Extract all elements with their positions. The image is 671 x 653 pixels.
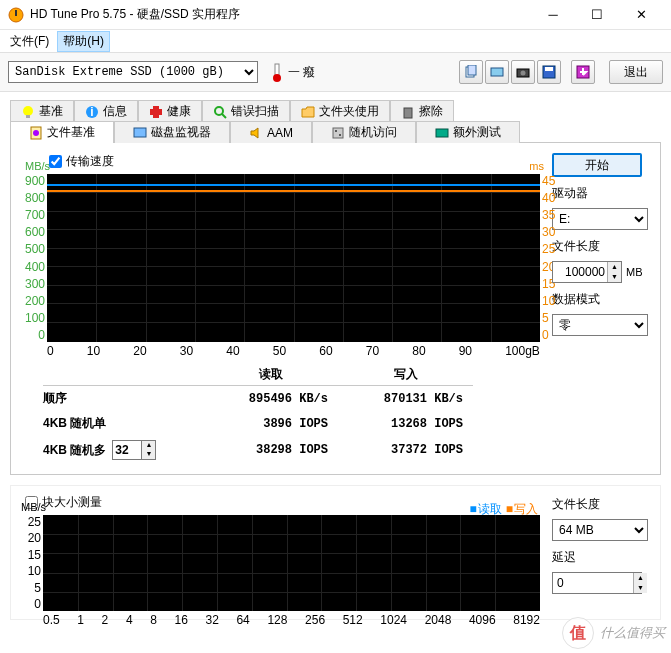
chart2-legend: 读取写入 bbox=[470, 501, 539, 518]
copy-screenshot-button[interactable] bbox=[485, 60, 509, 84]
tab-file-benchmark[interactable]: 文件基准 bbox=[10, 121, 114, 143]
transfer-speed-label: 传输速度 bbox=[66, 153, 114, 170]
tab-aam[interactable]: AAM bbox=[230, 121, 312, 143]
tab-erase[interactable]: 擦除 bbox=[390, 100, 454, 122]
titlebar: HD Tune Pro 5.75 - 硬盘/SSD 实用程序 ─ ☐ ✕ bbox=[0, 0, 671, 30]
folder-icon bbox=[301, 105, 315, 119]
tab-random-access[interactable]: 随机访问 bbox=[312, 121, 416, 143]
chart2-yaxis: 2520151050 bbox=[21, 515, 41, 611]
chart-yaxis-left: 9008007006005004003002001000 bbox=[25, 174, 45, 342]
chart-xaxis: 0102030405060708090100gB bbox=[47, 344, 540, 358]
info-icon: i bbox=[85, 105, 99, 119]
filelen-unit: MB bbox=[626, 266, 643, 278]
watermark: 值 什么值得买 bbox=[562, 617, 665, 649]
row-sequential: 顺序 895496 KB/s 870131 KB/s bbox=[43, 386, 473, 411]
tab-extra-tests[interactable]: 额外测试 bbox=[416, 121, 520, 143]
hdr-read: 读取 bbox=[203, 366, 338, 383]
toolbar: SanDisk Extreme SSD (1000 gB) 一 癈 退出 bbox=[0, 52, 671, 92]
svg-line-19 bbox=[222, 114, 226, 118]
health-icon bbox=[149, 105, 163, 119]
file-bench-icon bbox=[29, 126, 43, 140]
svg-rect-6 bbox=[491, 68, 503, 76]
chart-ylabel-left: MB/s bbox=[25, 160, 50, 172]
svg-rect-10 bbox=[545, 67, 553, 71]
hdr-write: 写入 bbox=[338, 366, 473, 383]
datamode-label: 数据模式 bbox=[552, 291, 648, 308]
block-chart: MB/s 读取写入 2520151050 0.51248163264128256… bbox=[43, 515, 540, 611]
speaker-icon bbox=[249, 126, 263, 140]
trace-read bbox=[47, 184, 540, 186]
svg-point-8 bbox=[521, 71, 526, 76]
chart2-xaxis: 0.512481632641282565121024204840968192 bbox=[43, 613, 540, 627]
random-icon bbox=[331, 126, 345, 140]
chart2-ylabel: MB/s bbox=[21, 501, 46, 513]
datamode-select[interactable]: 零 bbox=[552, 314, 648, 336]
tab-error-scan[interactable]: 错误扫描 bbox=[202, 100, 290, 122]
maximize-button[interactable]: ☐ bbox=[575, 1, 619, 29]
svg-rect-17 bbox=[150, 109, 162, 115]
drive-select[interactable]: SanDisk Extreme SSD (1000 gB) bbox=[8, 61, 258, 83]
svg-rect-1 bbox=[15, 10, 17, 16]
svg-point-25 bbox=[335, 130, 337, 132]
exit-button[interactable]: 退出 bbox=[609, 60, 663, 84]
svg-rect-13 bbox=[26, 115, 30, 118]
tab-health[interactable]: 健康 bbox=[138, 100, 202, 122]
close-button[interactable]: ✕ bbox=[619, 1, 663, 29]
row-4kb-single: 4KB 随机单 3896 IOPS 13268 IOPS bbox=[43, 411, 473, 436]
svg-rect-24 bbox=[333, 128, 343, 138]
chart-ylabel-right: ms bbox=[529, 160, 544, 172]
lightbulb-icon bbox=[21, 105, 35, 119]
watermark-text: 什么值得买 bbox=[600, 624, 665, 642]
svg-rect-20 bbox=[404, 108, 412, 118]
tab-disk-monitor[interactable]: 磁盘监视器 bbox=[114, 121, 230, 143]
temperature-value: 一 癈 bbox=[288, 64, 315, 81]
menu-file[interactable]: 文件(F) bbox=[4, 31, 55, 52]
driver-select[interactable]: E: bbox=[552, 208, 648, 230]
transfer-speed-checkbox[interactable]: 传输速度 bbox=[49, 153, 540, 170]
block-filelen-label: 文件长度 bbox=[552, 496, 648, 513]
row-4kb-multi: 4KB 随机多 32▲▼ 38298 IOPS 37372 IOPS bbox=[43, 436, 473, 464]
thread-count-spinner[interactable]: 32▲▼ bbox=[112, 440, 156, 460]
window-title: HD Tune Pro 5.75 - 硬盘/SSD 实用程序 bbox=[30, 6, 531, 23]
erase-icon bbox=[401, 105, 415, 119]
thermometer-icon bbox=[270, 62, 284, 82]
save-button[interactable] bbox=[537, 60, 561, 84]
tab-row-1: 基准 i信息 健康 错误扫描 文件夹使用 擦除 bbox=[10, 100, 661, 122]
start-button[interactable]: 开始 bbox=[552, 153, 642, 177]
tab-benchmark[interactable]: 基准 bbox=[10, 100, 74, 122]
block-size-checkbox[interactable]: 块大小测量 bbox=[25, 494, 540, 511]
options-button[interactable] bbox=[571, 60, 595, 84]
menubar: 文件(F) 帮助(H) bbox=[0, 30, 671, 52]
delay-input[interactable] bbox=[552, 572, 642, 594]
svg-point-18 bbox=[215, 107, 223, 115]
monitor-icon bbox=[133, 126, 147, 140]
tab-info[interactable]: i信息 bbox=[74, 100, 138, 122]
trace-write bbox=[47, 190, 540, 192]
svg-rect-5 bbox=[468, 65, 476, 75]
block-filelen-select[interactable]: 64 MB bbox=[552, 519, 648, 541]
temperature-display: 一 癈 bbox=[270, 62, 315, 82]
tab-row-2: 文件基准 磁盘监视器 AAM 随机访问 额外测试 bbox=[10, 121, 661, 143]
menu-help[interactable]: 帮助(H) bbox=[57, 31, 110, 52]
copy-info-button[interactable] bbox=[459, 60, 483, 84]
minimize-button[interactable]: ─ bbox=[531, 1, 575, 29]
results-table: 读取 写入 顺序 895496 KB/s 870131 KB/s 4KB 随机单… bbox=[43, 366, 473, 464]
watermark-icon: 值 bbox=[562, 617, 594, 649]
extra-icon bbox=[435, 126, 449, 140]
tab-folder-usage[interactable]: 文件夹使用 bbox=[290, 100, 390, 122]
block-size-panel: 块大小测量 MB/s 读取写入 2520151050 0.51248163264… bbox=[10, 485, 661, 620]
svg-point-3 bbox=[273, 74, 281, 82]
side-controls: 开始 驱动器 E: 文件长度 ▲▼ MB 数据模式 零 bbox=[552, 153, 648, 336]
transfer-chart: MB/s ms 9008007006005004003002001000 454… bbox=[47, 174, 540, 342]
svg-point-22 bbox=[33, 130, 39, 136]
app-icon bbox=[8, 7, 24, 23]
block-size-label: 块大小测量 bbox=[42, 494, 102, 511]
svg-rect-27 bbox=[436, 129, 448, 137]
file-benchmark-panel: 传输速度 MB/s ms 900800700600500400300200100… bbox=[10, 142, 661, 475]
svg-text:i: i bbox=[90, 105, 93, 119]
screenshot-button[interactable] bbox=[511, 60, 535, 84]
driver-label: 驱动器 bbox=[552, 185, 648, 202]
svg-point-26 bbox=[339, 134, 341, 136]
svg-point-12 bbox=[23, 106, 33, 116]
magnifier-icon bbox=[213, 105, 227, 119]
